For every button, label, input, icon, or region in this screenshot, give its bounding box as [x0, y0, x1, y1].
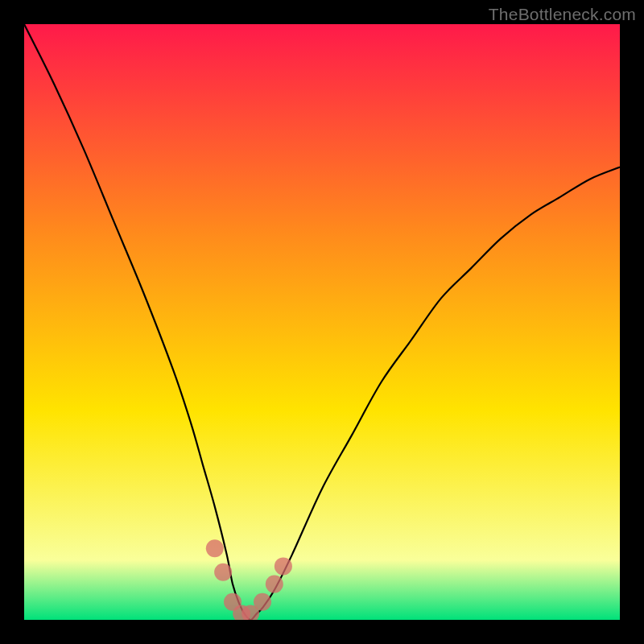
chart-frame: TheBottleneck.com: [0, 0, 644, 644]
plot-area: [24, 24, 620, 620]
curve-marker: [266, 576, 283, 593]
watermark-text: TheBottleneck.com: [489, 5, 636, 24]
curve-marker: [254, 593, 271, 611]
curve-layer: [24, 24, 620, 620]
curve-marker: [275, 557, 292, 575]
curve-marker: [206, 539, 224, 557]
curve-marker: [214, 564, 232, 581]
curve-markers: [206, 539, 292, 620]
bottleneck-curve: [24, 24, 620, 620]
